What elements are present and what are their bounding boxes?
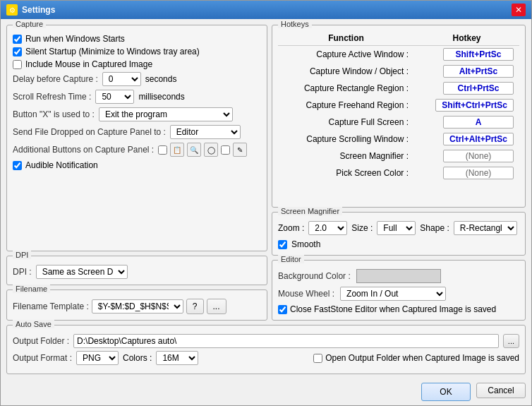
open-folder-label: Open Output Folder when Captured Image i… — [325, 353, 519, 363]
output-folder-input[interactable]: D:\Desktop\Captures auto\ — [73, 334, 499, 348]
filename-group: Filename Filename Template : $Y-$M:$D_$H… — [6, 289, 267, 321]
colors-select[interactable]: 16M25664K — [156, 351, 198, 365]
hotkey-value-cell[interactable]: (None) — [414, 165, 519, 181]
hotkey-value-cell[interactable]: Shift+PrtSc — [414, 46, 519, 64]
smooth-checkbox[interactable] — [278, 240, 287, 249]
hotkeys-hotkey-header: Hotkey — [414, 31, 519, 46]
right-panel: Hotkeys Function Hotkey Capture Active W… — [272, 25, 526, 321]
scroll-label: Scroll Refresh Time : — [13, 92, 91, 102]
run-windows-checkbox[interactable] — [13, 35, 22, 44]
include-mouse-checkbox[interactable] — [13, 60, 22, 69]
hotkey-row: Screen Magnifier :(None) — [278, 148, 519, 165]
editor-content: Background Color : Mouse Wheel : Zoom In… — [278, 269, 519, 314]
cancel-button[interactable]: Cancel — [476, 383, 526, 398]
filename-question-button[interactable]: ? — [186, 299, 204, 314]
hotkey-row: Pick Screen Color :(None) — [278, 165, 519, 181]
hotkey-value-cell[interactable]: Ctrl+PrtSc — [414, 80, 519, 97]
hotkey-value-cell[interactable]: (None) — [414, 148, 519, 165]
hotkeys-group: Hotkeys Function Hotkey Capture Active W… — [272, 25, 526, 208]
scroll-unit: milliseconds — [138, 92, 184, 102]
icon-copy[interactable]: 📋 — [170, 143, 184, 157]
bg-color-swatch[interactable] — [356, 269, 441, 283]
hotkey-row: Capture Freehand Region :Shift+Ctrl+PrtS… — [278, 97, 519, 114]
icon-pen[interactable]: ✎ — [233, 143, 247, 157]
dpi-select[interactable]: Same as Screen DPI 7296150300 — [36, 265, 128, 279]
icon-magnifier[interactable]: 🔍 — [187, 143, 201, 157]
audible-row: Audible Notification — [13, 160, 261, 170]
mouse-wheel-row: Mouse Wheel : Zoom In / OutScroll Up / D… — [278, 287, 519, 301]
delay-row: Delay before Capture : 01235 seconds — [13, 72, 261, 86]
editor-group-title: Editor — [278, 255, 304, 263]
hotkey-value-cell[interactable]: A — [414, 114, 519, 131]
dpi-row: DPI : Same as Screen DPI 7296150300 — [13, 262, 261, 279]
delay-unit: seconds — [145, 74, 177, 84]
output-folder-row: Output Folder : D:\Desktop\Captures auto… — [13, 334, 519, 348]
zoom-label: Zoom : — [278, 223, 304, 233]
panels-row: Capture Run when Windows Starts Silent S… — [6, 25, 526, 321]
hotkey-row: Capture Scrolling Window :Ctrl+Alt+PrtSc — [278, 131, 519, 148]
hotkey-value-cell[interactable]: Alt+PrtSc — [414, 63, 519, 80]
capture-group-title: Capture — [13, 20, 46, 28]
shape-select[interactable]: R-RectangleCircleSquare — [454, 221, 517, 235]
send-file-row: Send File Dropped on Capture Panel to : … — [13, 125, 261, 139]
mouse-wheel-select[interactable]: Zoom In / OutScroll Up / Down — [340, 287, 446, 301]
close-button[interactable]: ✕ — [512, 4, 526, 16]
hotkey-function-cell: Screen Magnifier : — [278, 148, 414, 165]
hotkey-value-cell[interactable]: Ctrl+Alt+PrtSc — [414, 131, 519, 148]
mouse-wheel-label: Mouse Wheel : — [278, 289, 334, 299]
hotkey-function-cell: Capture Freehand Region : — [278, 97, 414, 114]
filename-ellipsis-button[interactable]: ... — [207, 299, 226, 314]
audible-checkbox[interactable] — [13, 161, 22, 170]
output-folder-browse-button[interactable]: ... — [503, 334, 519, 348]
capture-group-content: Run when Windows Starts Silent Startup (… — [13, 31, 261, 170]
hotkeys-group-title: Hotkeys — [278, 20, 312, 28]
delay-label: Delay before Capture : — [13, 74, 98, 84]
checkbox-run-windows: Run when Windows Starts — [13, 34, 261, 44]
bg-color-label: Background Color : — [278, 271, 351, 281]
hotkeys-table: Function Hotkey Capture Active Window :S… — [278, 31, 519, 181]
filename-row: Filename Template : $Y-$M:$D_$H$N$S ? ..… — [13, 296, 261, 314]
output-format-label: Output Format : — [13, 353, 72, 363]
screen-magnifier-group: Screen Magnifier Zoom : 2.01.53.04.0 Siz… — [272, 212, 526, 256]
size-select[interactable]: FullHalf — [377, 221, 416, 235]
titlebar: ⚙ Settings ✕ — [1, 1, 531, 19]
send-file-select[interactable]: EditorClipboard — [170, 125, 241, 139]
ok-button[interactable]: OK — [421, 383, 471, 401]
autosave-group: Auto Save Output Folder : D:\Desktop\Cap… — [6, 325, 526, 374]
additional-buttons-row: Additional Buttons on Capture Panel : 📋 … — [13, 143, 261, 157]
capture-group: Capture Run when Windows Starts Silent S… — [6, 25, 267, 251]
checkbox-include-mouse: Include Mouse in Captured Image — [13, 59, 261, 69]
additional-buttons-label: Additional Buttons on Capture Panel : — [13, 145, 154, 155]
filename-template-label: Filename Template : — [13, 301, 89, 311]
hotkey-value-cell[interactable]: Shift+Ctrl+PrtSc — [414, 97, 519, 114]
hotkey-function-cell: Capture Scrolling Window : — [278, 131, 414, 148]
screen-magnifier-title: Screen Magnifier — [278, 207, 342, 215]
filename-template-select[interactable]: $Y-$M:$D_$H$N$S — [92, 299, 183, 314]
hotkey-function-cell: Pick Screen Color : — [278, 165, 414, 181]
checkbox-silent-startup: Silent Startup (Minimize to Windows tray… — [13, 47, 261, 56]
add-btn-cb2[interactable] — [221, 145, 230, 155]
output-folder-label: Output Folder : — [13, 336, 69, 346]
titlebar-left: ⚙ Settings — [6, 4, 55, 16]
hotkey-function-cell: Capture Active Window : — [278, 46, 414, 64]
hotkey-function-cell: Capture Full Screen : — [278, 114, 414, 131]
add-btn-cb1[interactable] — [158, 145, 167, 155]
button-x-select[interactable]: Exit the program Minimize to tray — [99, 107, 233, 121]
close-editor-label: Close FastStone Editor when Captured Ima… — [290, 304, 496, 314]
icon-circle[interactable]: ◯ — [204, 143, 218, 157]
hotkey-row: Capture Rectangle Region :Ctrl+PrtSc — [278, 80, 519, 97]
shape-label: Shape : — [420, 223, 449, 233]
delay-select[interactable]: 01235 — [102, 72, 141, 86]
close-editor-checkbox[interactable] — [278, 305, 287, 314]
hotkey-row: Capture Full Screen :A — [278, 114, 519, 131]
open-folder-checkbox[interactable] — [313, 354, 322, 363]
bg-color-row: Background Color : — [278, 269, 519, 283]
silent-startup-label: Silent Startup (Minimize to Windows tray… — [25, 47, 200, 56]
include-mouse-label: Include Mouse in Captured Image — [25, 59, 152, 69]
zoom-select[interactable]: 2.01.53.04.0 — [308, 221, 347, 235]
scroll-select[interactable]: 50100200 — [95, 90, 134, 104]
output-format-select[interactable]: PNGJPGBMPTIF — [76, 351, 119, 365]
silent-startup-checkbox[interactable] — [13, 47, 22, 56]
close-editor-row: Close FastStone Editor when Captured Ima… — [278, 304, 519, 314]
editor-group: Editor Background Color : Mouse Wheel : … — [272, 260, 526, 321]
